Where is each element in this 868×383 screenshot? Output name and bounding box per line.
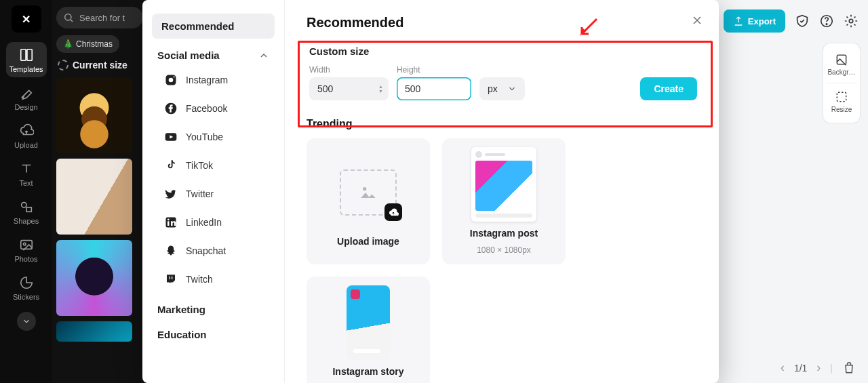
card-upload-image[interactable]: Upload image [307,138,430,264]
template-thumb[interactable] [56,159,132,235]
rail-label: Templates [9,65,43,73]
sidebar-item-label: Twitch [186,274,213,285]
svg-point-20 [363,187,366,190]
rail-label: Shapes [14,217,39,225]
card-name: Instagram post [470,228,538,239]
sidebar-item-linkedin[interactable]: LinkedIn [152,210,275,235]
template-thumbnails [56,77,143,342]
rail-upload[interactable]: Upload [6,118,47,153]
svg-rect-0 [20,49,25,61]
rail-photos[interactable]: Photos [6,232,47,267]
chip-label: Christmas [76,39,113,49]
custom-size-section: Custom size Width ▲▼ Height px [307,40,700,113]
tool-background[interactable]: Backgr… [826,49,857,80]
template-thumb[interactable] [56,321,132,342]
sidebar-item-instagram[interactable]: Instagram [152,68,275,92]
help-icon[interactable] [819,14,834,28]
sidebar-education[interactable]: Education [152,321,275,342]
rail-design[interactable]: Design [6,80,47,115]
svg-point-5 [23,243,26,245]
card-name: Upload image [337,236,399,247]
rail-shapes[interactable]: Shapes [6,194,47,229]
width-spinner[interactable]: ▲▼ [378,85,383,94]
svg-rect-3 [26,207,31,211]
export-button[interactable]: Export [724,9,785,33]
chevron-down-icon [507,84,517,94]
width-label: Width [309,65,389,75]
modal-title: Recommended [307,15,700,31]
sidebar-item-twitch[interactable]: Twitch [152,267,275,291]
custom-size-label: Custom size [309,45,697,57]
unit-select[interactable]: px [479,77,525,100]
card-instagram-story[interactable]: Instagram story 1080 × 1920px [307,277,430,383]
sidebar-item-snapchat[interactable]: Snapchat [152,239,275,263]
sidebar-marketing[interactable]: Marketing [152,296,275,317]
settings-icon[interactable] [844,14,859,28]
card-instagram-post[interactable]: Instagram post 1080 × 1080px [442,138,566,264]
modal-content: Recommended Custom size Width ▲▼ Height [285,0,719,383]
svg-point-13 [169,78,174,83]
target-icon [58,60,68,70]
header-right: Export [724,9,859,33]
close-icon[interactable] [690,14,704,27]
upload-icon [19,123,34,138]
height-input-wrap[interactable] [397,77,471,100]
sidebar-item-facebook[interactable]: Facebook [152,96,275,121]
export-icon [733,16,744,26]
unit-label: px [488,83,498,94]
create-label: Create [654,83,684,94]
tool-resize[interactable]: Resize [826,83,857,117]
rail-templates[interactable]: Templates [6,42,47,77]
canvas-right-tools: Backgr… Resize [823,43,860,123]
background-icon [835,53,848,66]
igpost-preview [471,147,536,222]
pager-text: 1/1 [794,363,807,374]
sidebar-recommended[interactable]: Recommended [152,14,275,39]
width-input-wrap[interactable]: ▲▼ [309,77,389,100]
templates-panel: Search for t 🎄 Christmas Current size [52,0,147,383]
modal-sidebar: Recommended Social media Instagram Faceb… [142,0,285,383]
app-logo[interactable]: ✕ [12,5,41,33]
chip-christmas[interactable]: 🎄 Christmas [56,35,119,53]
rail-label: Photos [14,255,37,263]
igstory-preview [347,285,390,360]
svg-point-6 [65,14,71,20]
height-input[interactable] [405,83,466,94]
pager-prev[interactable]: ‹ [781,361,785,375]
snapchat-icon [164,244,178,258]
chevron-up-icon [258,50,269,61]
sidebar-item-twitter[interactable]: Twitter [152,182,275,206]
svg-point-19 [167,219,170,221]
svg-rect-11 [837,92,846,101]
left-icon-rail: ✕ Templates Design Upload Text Shapes Ph… [0,0,52,383]
shield-icon[interactable] [795,14,810,28]
create-button[interactable]: Create [640,77,697,100]
height-label: Height [397,65,471,75]
template-thumb[interactable] [56,240,132,316]
rail-stickers[interactable]: Stickers [6,270,47,305]
upload-preview [340,169,397,216]
rail-label: Text [19,179,33,187]
current-size-header[interactable]: Current size [58,60,142,70]
pager-next[interactable]: › [816,361,821,375]
sidebar-item-label: Twitter [186,188,214,199]
text-icon [19,161,34,176]
width-input[interactable] [317,83,378,94]
youtube-icon [164,130,178,144]
trending-header: Trending [307,118,700,130]
sidebar-item-label: LinkedIn [186,217,222,228]
layers-icon[interactable] [842,361,856,375]
svg-rect-18 [167,221,170,226]
tree-icon: 🎄 [63,39,73,49]
sidebar-group-label: Marketing [157,304,205,315]
template-thumb[interactable] [56,77,132,153]
rail-text[interactable]: Text [6,156,47,191]
sidebar-social-media[interactable]: Social media [152,43,275,64]
chevron-down-icon [22,317,31,326]
templates-search[interactable]: Search for t [56,7,143,28]
rail-more[interactable] [17,312,36,331]
sidebar-item-youtube[interactable]: YouTube [152,125,275,149]
stickers-icon [19,275,34,290]
search-placeholder: Search for t [79,13,125,23]
sidebar-item-tiktok[interactable]: TikTok [152,153,275,178]
